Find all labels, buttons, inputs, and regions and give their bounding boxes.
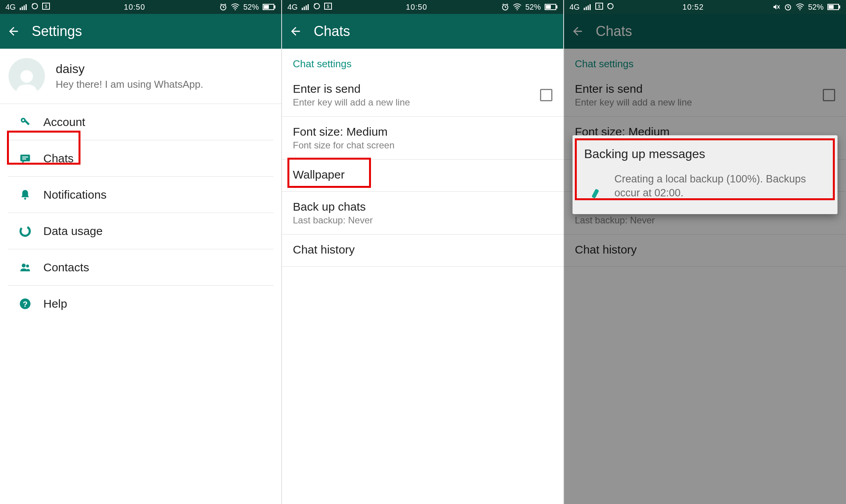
profile-name: daisy — [56, 62, 203, 76]
svg-line-41 — [502, 4, 504, 5]
settings-row-contacts[interactable]: Contacts — [8, 249, 273, 286]
bell-icon — [14, 189, 36, 201]
svg-text:$: $ — [598, 4, 600, 9]
svg-rect-2 — [24, 5, 25, 10]
settings-row-help[interactable]: ? Help — [8, 286, 273, 322]
svg-rect-62 — [829, 5, 834, 9]
card-icon: $ — [595, 3, 603, 12]
svg-rect-31 — [304, 7, 305, 10]
modal-backdrop[interactable] — [564, 14, 846, 504]
profile-row[interactable]: daisy Hey there! I am using WhatsApp. — [0, 49, 281, 104]
svg-point-27 — [26, 264, 29, 267]
svg-point-5 — [32, 3, 34, 5]
alarm-icon — [501, 3, 509, 11]
dialog-text: Creating a local backup (100%). Backups … — [614, 172, 826, 200]
card-icon: $ — [324, 3, 332, 12]
svg-rect-50 — [590, 4, 591, 10]
page-title: Chats — [314, 23, 350, 39]
row-title: Chat history — [293, 243, 552, 256]
signal-icon — [302, 4, 309, 10]
backup-dialog: Backing up messages Creating a local bac… — [573, 135, 837, 214]
wifi-icon — [513, 3, 521, 10]
svg-rect-49 — [588, 5, 589, 10]
svg-line-12 — [225, 4, 226, 5]
settings-row-chats[interactable]: Chats — [8, 140, 273, 177]
svg-text:$: $ — [327, 4, 329, 9]
row-chat-history[interactable]: Chat history — [282, 235, 563, 267]
contacts-icon — [14, 262, 36, 273]
svg-rect-16 — [274, 5, 275, 9]
vo-icon — [31, 3, 38, 12]
svg-text:$: $ — [45, 4, 47, 9]
settings-row-data-usage[interactable]: Data usage — [8, 213, 273, 249]
card-icon: $ — [42, 3, 50, 12]
row-enter-is-send[interactable]: Enter is send Enter key will add a new l… — [282, 74, 563, 117]
row-font-size[interactable]: Font size: Medium Font size for chat scr… — [282, 117, 563, 160]
battery-label: 52% — [808, 3, 824, 12]
svg-point-26 — [22, 264, 26, 267]
row-backup-chats[interactable]: Back up chats Last backup: Never — [282, 192, 563, 235]
status-time: 10:50 — [124, 3, 145, 12]
row-wallpaper[interactable]: Wallpaper — [282, 160, 563, 192]
data-usage-icon — [14, 225, 36, 237]
svg-rect-21 — [21, 155, 30, 162]
svg-rect-48 — [586, 7, 587, 10]
svg-rect-0 — [20, 8, 21, 10]
settings-row-account[interactable]: Account — [8, 104, 273, 140]
row-subtitle: Enter key will add a new line — [293, 97, 540, 108]
key-icon — [14, 116, 36, 128]
section-header: Chat settings — [282, 49, 563, 74]
svg-rect-46 — [556, 5, 557, 9]
back-icon[interactable] — [7, 25, 20, 38]
svg-point-17 — [21, 70, 33, 83]
dialog-title: Backing up messages — [584, 147, 826, 161]
wifi-icon — [796, 3, 804, 10]
svg-rect-30 — [302, 8, 303, 10]
settings-label: Chats — [43, 152, 73, 165]
status-bar: 4G $ 10:50 52% — [0, 0, 281, 14]
battery-icon — [827, 4, 841, 10]
settings-row-notifications[interactable]: Notifications — [8, 177, 273, 213]
svg-point-35 — [314, 3, 316, 5]
svg-rect-45 — [546, 5, 551, 9]
status-bar: 4G $ 10:50 52% — [282, 0, 563, 14]
svg-point-13 — [234, 9, 236, 10]
row-subtitle: Font size for chat screen — [293, 140, 552, 151]
phone-settings: 4G $ 10:50 52% Settings — [0, 0, 282, 504]
svg-rect-32 — [306, 5, 307, 10]
profile-status: Hey there! I am using WhatsApp. — [56, 78, 203, 90]
vo-icon — [607, 3, 614, 12]
row-subtitle: Last backup: Never — [293, 215, 552, 226]
settings-label: Help — [43, 297, 67, 310]
battery-label: 52% — [243, 3, 259, 12]
row-title: Back up chats — [293, 200, 552, 213]
status-bar: 4G $ 10:52 52% — [564, 0, 846, 14]
avatar — [9, 58, 45, 94]
app-bar: Settings — [0, 14, 281, 49]
svg-point-54 — [608, 3, 609, 5]
signal-icon — [584, 4, 591, 10]
mute-icon — [773, 3, 780, 11]
chat-icon — [14, 153, 36, 164]
status-time: 10:50 — [406, 3, 427, 12]
row-title: Font size: Medium — [293, 125, 552, 138]
row-title: Enter is send — [293, 82, 540, 95]
network-label: 4G — [569, 3, 580, 12]
battery-icon — [545, 4, 558, 10]
svg-rect-33 — [308, 4, 309, 10]
svg-point-43 — [516, 9, 518, 10]
settings-label: Data usage — [43, 225, 103, 238]
settings-label: Notifications — [43, 188, 106, 201]
alarm-icon — [784, 3, 792, 11]
svg-text:?: ? — [23, 300, 27, 308]
back-icon[interactable] — [289, 25, 302, 38]
svg-point-24 — [24, 198, 26, 199]
svg-rect-63 — [839, 5, 840, 9]
svg-line-42 — [507, 4, 508, 5]
signal-icon — [20, 4, 27, 10]
svg-rect-15 — [264, 5, 269, 9]
vo-icon — [313, 3, 320, 12]
phone-backup-dialog: 4G $ 10:52 52% Chats Chat settings — [564, 0, 846, 504]
checkbox-enter-send[interactable] — [540, 89, 552, 101]
status-time: 10:52 — [682, 3, 704, 12]
